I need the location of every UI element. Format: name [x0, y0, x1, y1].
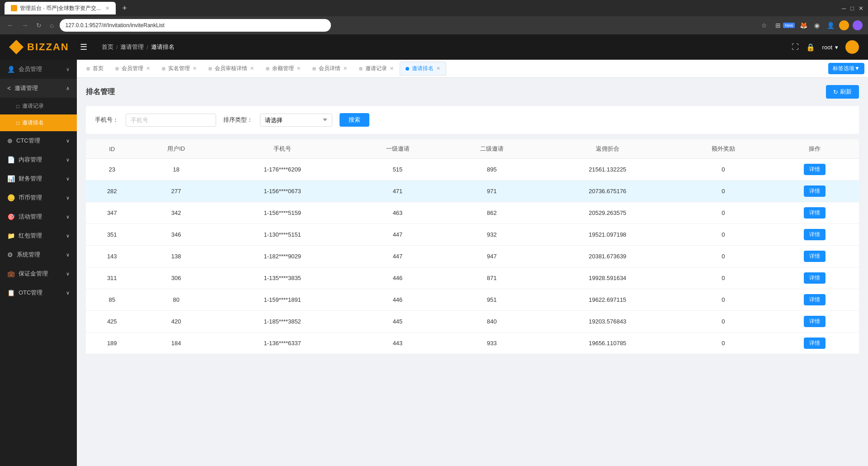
detail-button[interactable]: 详情 [804, 272, 826, 284]
user-avatar-purple[interactable] [853, 20, 863, 30]
sidebar-item-ctc[interactable]: ⊕ CTC管理 ∨ [0, 131, 77, 150]
system-icon: ⚙ [7, 251, 13, 258]
tab-close-balance[interactable]: ✕ [297, 66, 301, 71]
forward-button[interactable]: → [20, 20, 30, 31]
extension-icon-4[interactable]: 👤 [826, 20, 835, 30]
lock-icon[interactable]: 🔒 [806, 43, 815, 52]
sidebar-item-invite[interactable]: < 邀请管理 ∧ [0, 79, 77, 98]
sort-select[interactable]: 请选择 [260, 114, 332, 127]
cell-level2: 895 [445, 159, 539, 181]
cell-level1: 471 [350, 181, 444, 202]
user-info[interactable]: root ▾ [822, 44, 838, 51]
cell-level1: 463 [350, 202, 444, 224]
col-bonus: 额外奖励 [676, 139, 770, 159]
tab-close-member[interactable]: ✕ [146, 66, 150, 71]
breadcrumb-invite[interactable]: 邀请管理 [120, 43, 144, 51]
back-button[interactable]: ← [5, 20, 15, 31]
tab-close-invite-record[interactable]: ✕ [390, 66, 394, 71]
table-container: ID 用户ID 手机号 一级邀请 二级邀请 返佣折合 额外奖励 操作 [86, 139, 859, 354]
sidebar-item-invite-record[interactable]: □ 邀请记录 [0, 98, 77, 114]
tags-options-button[interactable]: 标签选项▼ [828, 63, 864, 74]
tab-close-realname[interactable]: ✕ [193, 66, 197, 71]
tab-dot-member-detail [312, 67, 316, 71]
detail-button[interactable]: 详情 [804, 229, 826, 240]
invite-rank-icon: □ [16, 120, 19, 126]
extension-icon-2[interactable]: 🦊 [798, 20, 808, 30]
phone-input[interactable] [126, 114, 216, 127]
tab-close-member-detail[interactable]: ✕ [343, 66, 347, 71]
tab-invite-record-label: 邀请记录 [365, 65, 387, 72]
cell-user-id: 138 [138, 246, 214, 267]
cell-id: 143 [86, 246, 138, 267]
table-row: 23 18 1-176****6209 515 895 21561.132225… [86, 159, 859, 181]
cell-bonus: 0 [676, 202, 770, 224]
detail-button[interactable]: 详情 [804, 164, 826, 175]
address-text: 127.0.0.1:9527/#/Invitation/inviteRankLi… [65, 22, 164, 29]
bookmark-icon[interactable]: ☆ [760, 20, 769, 30]
new-tab-button[interactable]: + [119, 4, 130, 13]
hamburger-menu[interactable]: ☰ [80, 42, 87, 52]
tab-member-review[interactable]: 会员审核详情 ✕ [203, 62, 260, 76]
sidebar-item-finance[interactable]: 📊 财务管理 ∨ [0, 169, 77, 188]
tab-member[interactable]: 会员管理 ✕ [109, 62, 156, 76]
sidebar-item-content[interactable]: 📄 内容管理 ∨ [0, 150, 77, 169]
sidebar-otc-label: OTC管理 [19, 289, 42, 297]
sidebar-item-system[interactable]: ⚙ 系统管理 ∨ [0, 245, 77, 264]
detail-button[interactable]: 详情 [804, 294, 826, 305]
sidebar-item-redpacket[interactable]: 📁 红包管理 ∨ [0, 226, 77, 245]
member-arrow: ∨ [66, 67, 70, 72]
app-wrapper: BIZZAN ☰ 首页 / 邀请管理 / 邀请排名 ⛶ 🔒 root ▾ 👤 会… [0, 34, 868, 466]
address-bar[interactable]: 127.0.0.1:9527/#/Invitation/inviteRankLi… [60, 19, 331, 32]
cell-id: 311 [86, 267, 138, 289]
cell-rebate: 19656.110785 [539, 333, 676, 354]
sidebar-item-margin[interactable]: 💼 保证金管理 ∨ [0, 264, 77, 283]
user-avatar[interactable] [845, 40, 859, 54]
home-browser-button[interactable]: ⌂ [48, 20, 55, 31]
sidebar-item-activity[interactable]: 🎯 活动管理 ∨ [0, 207, 77, 226]
breadcrumb-home[interactable]: 首页 [102, 43, 113, 51]
tab-close-invite-rank[interactable]: ✕ [436, 66, 440, 71]
user-avatar-browser[interactable] [839, 20, 849, 30]
detail-button[interactable]: 详情 [804, 338, 826, 349]
refresh-browser-button[interactable]: ↻ [34, 20, 43, 31]
sidebar-coin-label: 币币管理 [19, 194, 42, 202]
refresh-button[interactable]: ↻ 刷新 [826, 85, 859, 99]
cell-action: 详情 [770, 289, 859, 311]
tab-realname[interactable]: 实名管理 ✕ [156, 62, 203, 76]
col-id: ID [86, 139, 138, 159]
table-row: 85 80 1-159****1891 446 951 19622.697115… [86, 289, 859, 311]
active-browser-tab[interactable]: 管理后台 · 币严|全球数字资产交... ✕ [5, 2, 116, 14]
cell-level1: 446 [350, 267, 444, 289]
extension-icon-1[interactable]: ⊞ [773, 20, 783, 30]
sidebar-item-otc[interactable]: 📋 OTC管理 ∨ [0, 283, 77, 302]
ctc-icon: ⊕ [7, 137, 13, 144]
cell-bonus: 0 [676, 311, 770, 333]
maximize-icon[interactable]: □ [850, 5, 854, 12]
tab-close-icon[interactable]: ✕ [105, 5, 109, 11]
fullscreen-icon[interactable]: ⛶ [792, 43, 799, 51]
tab-close-review[interactable]: ✕ [250, 66, 254, 71]
tab-member-detail[interactable]: 会员详情 ✕ [307, 62, 353, 76]
search-button[interactable]: 搜索 [340, 113, 369, 127]
detail-button[interactable]: 详情 [804, 316, 826, 327]
cell-level1: 446 [350, 289, 444, 311]
tab-invite-record[interactable]: 邀请记录 ✕ [353, 62, 400, 76]
cell-level2: 862 [445, 202, 539, 224]
sidebar-item-coin[interactable]: 🪙 币币管理 ∨ [0, 188, 77, 207]
tab-member-detail-label: 会员详情 [319, 65, 340, 72]
tab-invite-rank[interactable]: 邀请排名 ✕ [400, 62, 446, 76]
sidebar-item-member[interactable]: 👤 会员管理 ∨ [0, 60, 77, 79]
tab-balance[interactable]: 余额管理 ✕ [260, 62, 307, 76]
redpacket-arrow: ∨ [66, 233, 70, 239]
cell-id: 23 [86, 159, 138, 181]
tab-home[interactable]: 首页 [80, 62, 109, 76]
cell-phone: 1-156****5159 [214, 202, 350, 224]
close-window-icon[interactable]: ✕ [859, 5, 863, 12]
detail-button[interactable]: 详情 [804, 185, 826, 197]
sidebar-item-invite-rank[interactable]: □ 邀请排名 [0, 114, 77, 131]
col-level2: 二级邀请 [445, 139, 539, 159]
minimize-icon[interactable]: ─ [842, 5, 846, 12]
detail-button[interactable]: 详情 [804, 251, 826, 262]
detail-button[interactable]: 详情 [804, 207, 826, 219]
extension-icon-3[interactable]: ◉ [812, 20, 822, 30]
